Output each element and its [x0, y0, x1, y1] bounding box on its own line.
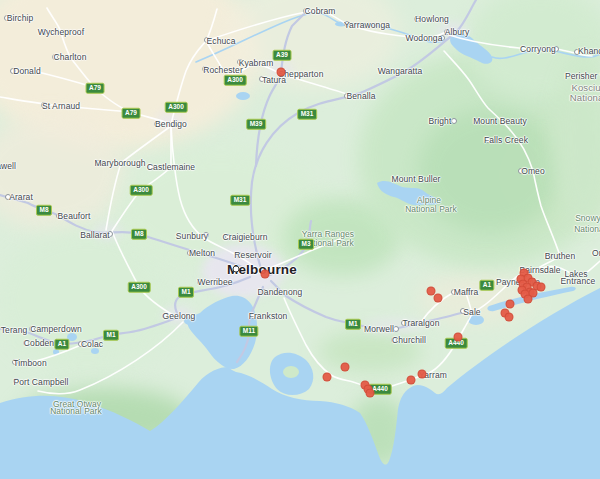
place-label-terang: Terang: [1, 325, 28, 335]
place-label-traralgon: Traralgon: [403, 318, 440, 328]
place-label-maffra: Maffra: [454, 287, 479, 297]
place-label-maryborough: Maryborough: [94, 158, 145, 168]
map-marker[interactable]: [261, 270, 270, 279]
place-label-mount-buller: Mount Buller: [392, 174, 441, 184]
place-label-frankston: Frankston: [249, 311, 288, 321]
map-marker[interactable]: [434, 294, 443, 303]
place-label-cobden: Cobden: [24, 338, 54, 348]
place-label-corryong: Corryong: [520, 44, 556, 54]
route-shield-m31: M31: [297, 109, 317, 120]
place-label-entrance: Entrance: [561, 276, 596, 286]
route-shield-m11: M11: [239, 326, 258, 337]
place-label-ararat: Ararat: [9, 192, 33, 202]
route-shield-a79: A79: [122, 108, 141, 119]
route-shield-a300: A300: [224, 75, 247, 86]
map-marker[interactable]: [366, 389, 375, 398]
place-label-perisher-valley: Perisher Valley: [565, 71, 600, 81]
map-marker[interactable]: [341, 363, 350, 372]
route-shield-m3: M3: [298, 239, 314, 250]
place-label-benalla: Benalla: [346, 91, 375, 101]
map-marker[interactable]: [524, 295, 533, 304]
route-shield-a300: A300: [165, 102, 188, 113]
place-label-st-arnaud: St Arnaud: [42, 101, 80, 111]
place-label-geelong: Geelong: [163, 311, 196, 321]
place-label-wodonga: Wodonga: [406, 33, 443, 43]
place-label-khancoban: Khancoban: [578, 46, 600, 56]
place-label-timboon: Timboon: [13, 358, 46, 368]
place-label-reservoir: Reservoir: [234, 250, 271, 260]
place-label-werribee: Werribee: [197, 277, 232, 287]
map-marker[interactable]: [505, 313, 514, 322]
place-label-tatura: Tatura: [262, 75, 286, 85]
place-label-port-campbell: Port Campbell: [13, 377, 68, 387]
map-marker[interactable]: [277, 68, 286, 77]
route-shield-m1: M1: [103, 330, 119, 341]
place-label-dandenong: Dandenong: [258, 287, 303, 297]
place-label-ballarat: Ballarat: [80, 230, 110, 240]
route-shield-a1: A1: [479, 280, 494, 291]
place-label-bendigo: Bendigo: [155, 119, 187, 129]
route-shield-a1: A1: [54, 339, 69, 350]
route-shield-a79: A79: [86, 83, 105, 94]
map-marker[interactable]: [323, 373, 332, 382]
place-label-craigieburn: Craigieburn: [222, 232, 267, 242]
route-shield-m1: M1: [345, 319, 361, 330]
map-marker[interactable]: [418, 370, 427, 379]
route-shield-m8: M8: [131, 229, 147, 240]
place-label-donald: Donald: [13, 66, 41, 76]
place-label-national-park: National Park: [405, 204, 457, 214]
place-label-national-park: National Park: [570, 92, 600, 103]
place-label-albury: Albury: [445, 27, 470, 37]
route-shield-a39: A39: [273, 50, 292, 61]
place-label-colac: Colac: [81, 339, 103, 349]
route-shield-a300: A300: [128, 282, 151, 293]
city-icon-melbourne: [233, 266, 240, 273]
map-canvas[interactable]: BirchipWycheproofCharltonDonaldSt Arnaud…: [0, 0, 600, 479]
route-shield-m39: M39: [246, 119, 266, 130]
place-label-camperdown: Camperdown: [30, 324, 82, 334]
map-marker[interactable]: [506, 300, 515, 309]
place-label-churchill: Churchill: [392, 335, 426, 345]
place-label-falls-creek: Falls Creek: [484, 135, 528, 145]
place-label-castlemaine: Castlemaine: [147, 162, 195, 172]
place-label-melton: Melton: [189, 248, 215, 258]
place-label-stawell: Stawell: [0, 161, 16, 171]
route-shield-a300: A300: [130, 185, 153, 196]
place-label-morwell: Morwell: [364, 324, 394, 334]
place-label-bruthen: Bruthen: [545, 251, 575, 261]
place-label-sunbury: Sunbury: [176, 231, 208, 241]
place-label-orbost: Orbost: [592, 248, 600, 258]
place-label-kyabram: Kyabram: [239, 58, 274, 68]
map-marker[interactable]: [407, 376, 416, 385]
place-label-echuca: Echuca: [207, 36, 236, 46]
route-shield-m8: M8: [36, 205, 52, 216]
place-label-birchip: Birchip: [7, 13, 34, 23]
place-label-bright: Bright: [429, 116, 452, 126]
place-label-omeo: Omeo: [521, 166, 545, 176]
place-label-beaufort: Beaufort: [58, 211, 91, 221]
place-label-national-park: National Park: [574, 224, 600, 234]
place-label-national-park: National Park: [50, 406, 102, 416]
place-label-yarrawonga: Yarrawonga: [344, 20, 390, 30]
place-label-mount-beauty: Mount Beauty: [473, 116, 527, 126]
town-dot: [451, 118, 457, 124]
place-label-snowy: Snowy: [575, 213, 600, 223]
place-label-rochester: Rochester: [203, 65, 243, 75]
place-label-wangaratta: Wangaratta: [378, 66, 423, 76]
place-label-wycheproof: Wycheproof: [38, 27, 84, 37]
place-label-cobram: Cobram: [305, 6, 336, 16]
map-marker[interactable]: [454, 333, 463, 342]
map-label-layer: BirchipWycheproofCharltonDonaldSt Arnaud…: [0, 0, 600, 479]
place-label-charlton: Charlton: [54, 52, 87, 62]
route-shield-m31: M31: [230, 195, 250, 206]
place-label-sale: Sale: [463, 307, 480, 317]
map-marker[interactable]: [537, 283, 546, 292]
route-shield-m1: M1: [178, 287, 194, 298]
place-label-howlong: Howlong: [415, 14, 449, 24]
